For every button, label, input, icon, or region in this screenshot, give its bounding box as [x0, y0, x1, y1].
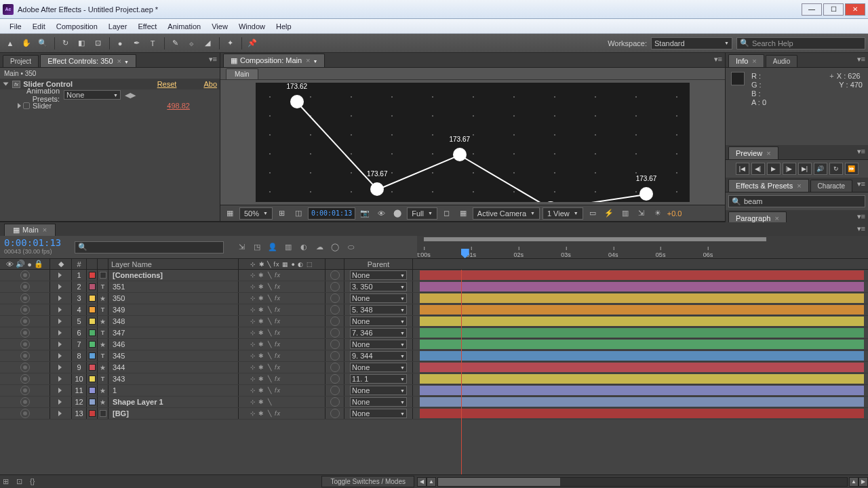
visibility-toggle[interactable]: [20, 270, 30, 280]
toggle-switches-modes-button[interactable]: Toggle Switches / Modes: [321, 476, 414, 487]
close-button[interactable]: ✕: [845, 3, 865, 16]
layer-row[interactable]: 10 T 343 ⊹✱╲fx 11. 1▼: [0, 373, 868, 385]
duration-bar[interactable]: [420, 351, 864, 361]
expand-layers-icon[interactable]: ⊞: [3, 477, 14, 487]
duration-bar[interactable]: [420, 317, 864, 326]
minimize-button[interactable]: —: [802, 3, 822, 16]
scroll-right-icon[interactable]: ▶: [859, 477, 868, 487]
label-color-swatch[interactable]: [89, 272, 96, 279]
parent-column-header[interactable]: Parent: [344, 259, 413, 269]
parent-select[interactable]: None▼: [350, 409, 407, 418]
menu-view[interactable]: View: [206, 22, 233, 30]
layername-column-header[interactable]: Layer Name: [108, 259, 239, 269]
pickwhip-icon[interactable]: [330, 317, 340, 326]
parent-select[interactable]: None▼: [350, 270, 407, 280]
layer-row[interactable]: 2 T 351 ⊹✱╲fx 3. 350▼: [0, 281, 868, 293]
menu-help[interactable]: Help: [271, 22, 297, 30]
pickwhip-icon[interactable]: [330, 386, 340, 395]
menu-layer[interactable]: Layer: [103, 22, 133, 30]
visibility-toggle[interactable]: [20, 317, 30, 326]
layer-twirl-icon[interactable]: [58, 353, 62, 359]
audio-column-icon[interactable]: 🔊: [16, 260, 25, 268]
layer-switches[interactable]: ⊹✱╲fx: [239, 304, 326, 315]
layer-twirl-icon[interactable]: [58, 272, 62, 278]
label-color-swatch[interactable]: [89, 375, 96, 382]
layer-name[interactable]: 1: [108, 385, 239, 396]
loop-button[interactable]: ↻: [829, 163, 843, 175]
motion-blur-icon[interactable]: ◐: [297, 241, 311, 254]
timeline-tab-main[interactable]: ▦Main×: [4, 224, 56, 236]
views-select[interactable]: 1 View▼: [542, 207, 583, 220]
layer-name[interactable]: [BG]: [108, 408, 239, 419]
toggle-mask-icon[interactable]: ◫: [292, 207, 305, 220]
layer-switches[interactable]: ⊹✱╲fx: [239, 373, 326, 384]
layer-twirl-icon[interactable]: [58, 284, 62, 289]
tab-effects-presets[interactable]: Effects & Presets×: [728, 179, 809, 192]
layer-twirl-icon[interactable]: [58, 365, 62, 370]
label-color-swatch[interactable]: [89, 364, 96, 371]
parent-select[interactable]: 11. 1▼: [350, 374, 407, 384]
about-link[interactable]: Abo: [203, 80, 217, 88]
puppet-tool-icon[interactable]: 📌: [245, 36, 260, 51]
reset-link[interactable]: Reset: [157, 80, 177, 88]
label-color-swatch[interactable]: [89, 341, 96, 348]
parent-select[interactable]: None▼: [350, 317, 407, 326]
timeline-search-input[interactable]: 🔍: [75, 241, 224, 253]
tab-audio[interactable]: Audio: [766, 55, 798, 67]
menu-window[interactable]: Window: [233, 22, 271, 30]
parent-select[interactable]: 9. 344▼: [350, 351, 407, 361]
layer-switches[interactable]: ⊹✱╲: [239, 396, 326, 407]
brainstorm-icon[interactable]: ☁: [313, 241, 326, 254]
workspace-select[interactable]: Standard▼: [651, 37, 732, 49]
transparency-grid-icon[interactable]: ▦: [456, 207, 470, 220]
duration-bar[interactable]: [420, 328, 864, 338]
tab-project[interactable]: Project: [3, 55, 39, 67]
layer-twirl-icon[interactable]: [58, 296, 62, 301]
zoom-in-icon[interactable]: {}: [30, 477, 41, 487]
layer-name[interactable]: 350: [108, 293, 239, 304]
work-area-bar[interactable]: [424, 237, 766, 241]
label-color-swatch[interactable]: [89, 283, 96, 290]
label-color-swatch[interactable]: [89, 399, 96, 405]
layer-row[interactable]: 8 T 345 ⊹✱╲fx 9. 344▼: [0, 350, 868, 362]
timeline-scrollbar[interactable]: [437, 477, 848, 487]
panel-menu-icon[interactable]: ▾≡: [857, 55, 865, 64]
layer-twirl-icon[interactable]: [58, 319, 62, 324]
timeline-ruler[interactable]: t:00s01s02s03s04s05s06s: [417, 236, 868, 258]
parent-select[interactable]: 7. 346▼: [350, 328, 407, 338]
show-snapshot-icon[interactable]: 👁: [374, 207, 388, 220]
duration-bar[interactable]: [420, 397, 864, 407]
zoom-select[interactable]: 50%▼: [239, 207, 273, 220]
animation-presets-select[interactable]: None▼: [64, 90, 121, 100]
layer-switches[interactable]: ⊹✱╲fx: [239, 385, 326, 396]
visibility-toggle[interactable]: [20, 340, 30, 349]
roi-icon[interactable]: ◻: [440, 207, 454, 220]
layer-row[interactable]: 1 [Connections] ⊹✱╲fx None▼: [0, 270, 868, 281]
duration-bar[interactable]: [420, 386, 864, 395]
layer-name[interactable]: 346: [108, 339, 239, 350]
always-preview-icon[interactable]: ▦: [223, 207, 237, 220]
layer-row[interactable]: 12 ★ Shape Layer 1 ⊹✱╲ None▼: [0, 396, 868, 408]
tab-composition[interactable]: ▦Composition: Main×▼: [223, 54, 325, 67]
timeline-icon[interactable]: ▥: [618, 207, 632, 220]
duration-bar[interactable]: [420, 305, 864, 314]
label-color-swatch[interactable]: [89, 329, 96, 336]
layer-name[interactable]: 344: [108, 362, 239, 373]
scroll-left-icon[interactable]: ◀: [417, 477, 427, 487]
pickwhip-icon[interactable]: [330, 363, 340, 372]
layer-twirl-icon[interactable]: [58, 411, 62, 416]
draft-3d-icon[interactable]: ◳: [250, 241, 264, 254]
menu-composition[interactable]: Composition: [51, 22, 103, 30]
layer-name[interactable]: 343: [108, 373, 239, 384]
text-tool-icon[interactable]: T: [145, 36, 160, 51]
label-color-swatch[interactable]: [89, 306, 96, 313]
parent-select[interactable]: None▼: [350, 386, 407, 395]
layer-row[interactable]: 7 ★ 346 ⊹✱╲fx None▼: [0, 339, 868, 350]
next-frame-button[interactable]: |▶: [783, 163, 796, 175]
snapshot-icon[interactable]: 📷: [358, 207, 372, 220]
visibility-toggle[interactable]: [20, 363, 30, 372]
pickwhip-icon[interactable]: [330, 328, 340, 338]
pickwhip-icon[interactable]: [330, 409, 340, 418]
resolution-grid-icon[interactable]: ⊞: [275, 207, 289, 220]
label-color-swatch[interactable]: [89, 352, 96, 359]
